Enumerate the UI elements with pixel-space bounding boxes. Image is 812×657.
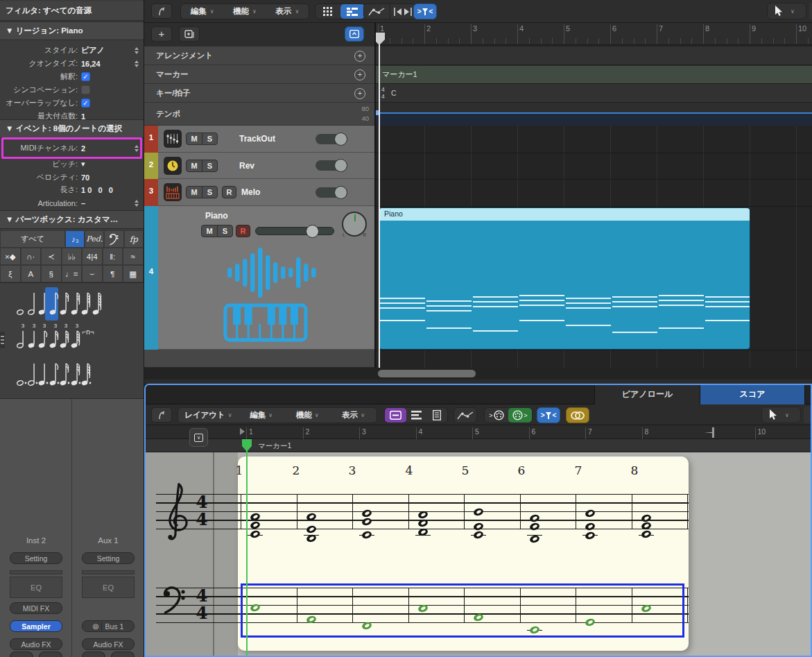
back-arrow-button[interactable] [151, 3, 172, 19]
region-param-0[interactable]: スタイル:ピアノ [0, 44, 144, 57]
note-value-64th-triplet-button[interactable]: 3 [69, 322, 81, 351]
duplicate-track-button[interactable] [179, 26, 200, 42]
partsbox-crescendo-icon[interactable]: ≺ [41, 248, 62, 265]
song-end-marker[interactable] [705, 427, 714, 438]
strip-aux1-audio-fx-button[interactable]: Audio FX [82, 638, 135, 650]
grid-view-button[interactable] [316, 4, 340, 19]
score-back-arrow-button[interactable] [151, 407, 172, 423]
track-header-melo[interactable]: 3MSRMelo [144, 179, 374, 206]
strip-partial-button[interactable] [111, 651, 135, 657]
menu-edit[interactable]: 編集∨ [181, 4, 223, 19]
strip-inst2-setting-button[interactable]: Setting [10, 552, 62, 564]
event-param-midichannel[interactable]: MIDIチャンネル:2 [0, 142, 144, 155]
pencil-tool-button-partial[interactable] [809, 3, 812, 19]
note-value-64th-dotted-button[interactable] [80, 359, 92, 389]
pointer-tool-chevron[interactable]: ∨ [791, 8, 795, 15]
note-value-half-button[interactable] [26, 289, 38, 318]
score-menu-layout[interactable]: レイアウト∨ [178, 408, 238, 423]
pointer-tool-icon[interactable] [775, 6, 784, 17]
solo-button[interactable]: S [217, 225, 232, 237]
arrangement-lane[interactable] [376, 46, 812, 65]
pan-knob[interactable]: LR [342, 212, 367, 237]
pane-resize-grip[interactable] [0, 332, 5, 348]
partsbox-all-button[interactable]: すべて [0, 230, 65, 248]
midi-out-button[interactable]: > [508, 408, 532, 423]
strip-aux1-eq-panel[interactable]: EQ [82, 577, 135, 598]
region-param-3-checkbox[interactable] [81, 85, 90, 94]
partsbox-dynamics-icon[interactable]: fp [124, 230, 144, 248]
partsbox-note-triplet-icon[interactable]: ♪₃ [65, 230, 85, 248]
solo-button[interactable]: S [202, 187, 217, 198]
add-arrangement-button[interactable]: + [354, 51, 365, 62]
region-param-4[interactable]: オーバーラップなし:✓ [0, 96, 144, 110]
tab-score[interactable]: スコア [700, 384, 805, 404]
strip-aux1-bus-1-button[interactable]: ◎Bus 1 [82, 620, 135, 632]
note-value-eighth-button[interactable] [48, 289, 60, 318]
strip-partial-button[interactable] [10, 651, 33, 657]
region-section-header[interactable]: ▼ リージョン: Piano [0, 22, 144, 40]
strip-inst2-audio-fx-button[interactable]: Audio FX [10, 638, 62, 650]
global-track-arrangement[interactable]: アレンジメント+ [144, 46, 374, 65]
region-param-2-checkbox[interactable]: ✓ [81, 72, 90, 81]
menu-functions[interactable]: 機能∨ [223, 4, 266, 19]
partsbox-text-icon[interactable]: A [21, 265, 42, 282]
track-onoff-toggle[interactable] [316, 134, 347, 144]
pointer-tool-chevron[interactable]: ∨ [785, 412, 789, 418]
track-header-rev[interactable]: 2MSRev [144, 153, 374, 180]
partsbox-notehead-icon[interactable]: ×◆ [0, 248, 21, 265]
link-button[interactable] [566, 407, 589, 423]
stepper-icon[interactable] [135, 47, 139, 54]
note-value-eighth-triplet-button[interactable]: 3 [37, 322, 49, 351]
record-enable-button[interactable]: R [236, 225, 250, 237]
score-ruler[interactable]: 123456781011 [144, 425, 812, 439]
track-onoff-toggle[interactable] [316, 160, 347, 171]
stepper-icon[interactable] [135, 145, 139, 152]
note-value-ntuplet-triplet-button[interactable]: ⌐n¬ [80, 322, 96, 351]
note-value-64th-button[interactable] [80, 289, 92, 318]
partsbox-bass-clef-icon[interactable] [104, 230, 123, 248]
partsbox-drum-grid-icon[interactable]: ▦ [123, 265, 144, 282]
add-keysig-button[interactable]: + [354, 88, 365, 99]
stepper-icon[interactable] [135, 60, 139, 67]
score-tool2-partial[interactable] [804, 407, 812, 423]
score-catch-button[interactable]: >< [537, 407, 560, 423]
mute-button[interactable]: M [187, 187, 202, 198]
note-value-16th-triplet-button[interactable]: 3 [48, 322, 60, 351]
h-scrollbar-thumb[interactable] [378, 370, 476, 377]
score-automation-button[interactable] [453, 407, 477, 423]
marker-region[interactable]: マーカー1 [376, 66, 812, 83]
global-tracks-toggle-button[interactable] [345, 26, 364, 42]
pointer-tool-icon[interactable] [769, 409, 778, 420]
note-value-16th-dotted-button[interactable] [58, 359, 70, 389]
note-value-32nd-button[interactable] [69, 289, 81, 318]
stepper-icon[interactable] [135, 200, 139, 207]
note-value-half-triplet-button[interactable]: 3 [15, 322, 27, 351]
strip-inst2-sampler-button[interactable]: Sampler [10, 620, 62, 632]
event-param-velocity[interactable]: ベロシティ:70 [0, 171, 144, 184]
partsbox-pilcrow-icon[interactable]: ¶ [103, 265, 123, 282]
menu-view[interactable]: 表示∨ [266, 4, 309, 19]
add-track-button[interactable]: + [151, 26, 172, 42]
solo-button[interactable]: S [202, 160, 217, 171]
score-menu-view[interactable]: 表示∨ [331, 408, 377, 423]
piano-region-header[interactable]: Piano [379, 208, 750, 221]
track-header-piano[interactable]: 4PianoMSRLR [144, 206, 374, 350]
tab-piano-roll[interactable]: ピアノロール [594, 384, 700, 404]
automation-button[interactable] [364, 4, 390, 19]
add-marker-button[interactable]: + [354, 69, 365, 80]
region-param-3[interactable]: シンコペーション: [0, 83, 144, 96]
note-value-128th-button[interactable] [91, 289, 103, 318]
region-param-1[interactable]: クオンタイズ:16,24 [0, 57, 144, 70]
partsbox-tempo-note-icon[interactable]: ♩= [62, 265, 83, 282]
partsbox-slur-icon[interactable]: ⌣ [82, 265, 103, 282]
strip-inst2-eq-panel[interactable]: EQ [10, 577, 62, 598]
region-param-2[interactable]: 解釈:✓ [0, 70, 144, 83]
partsbox-section-header[interactable]: ▼ パーツボックス: カスタマ… [0, 210, 144, 229]
partsbox-accidental-icon[interactable]: ♭♭ [62, 248, 83, 265]
view-linear-button[interactable] [406, 408, 427, 423]
tracks-view-button[interactable] [340, 4, 365, 19]
mute-button[interactable]: M [187, 160, 202, 171]
marker-lane[interactable]: マーカー1 [376, 65, 812, 84]
global-track-marker[interactable]: マーカー+ [144, 65, 374, 84]
record-enable-button[interactable]: R [222, 186, 236, 198]
